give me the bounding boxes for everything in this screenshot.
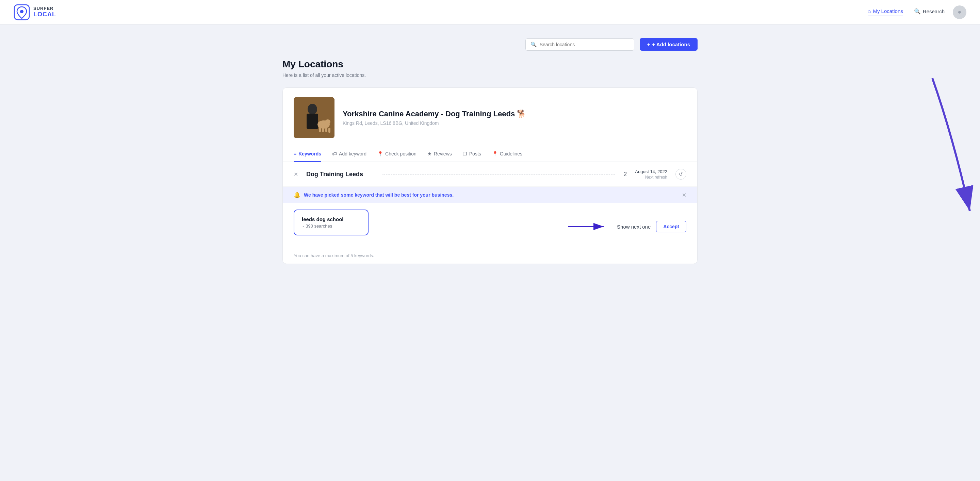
posts-icon: ❐ [463,151,467,157]
tabs-bar: ≡ Keywords 🏷 Add keyword 📍 Check positio… [283,146,697,162]
logo-local-text: LOCAL [33,11,56,18]
tab-add-keyword[interactable]: 🏷 Add keyword [332,146,366,162]
keyword-date: August 14, 2022 [635,169,667,174]
keyword-refresh-label: Next refresh [645,175,667,179]
location-card: Yorkshire Canine Academy - Dog Training … [282,87,698,264]
keyword-date-area: August 14, 2022 Next refresh [635,169,667,179]
page-subtitle: Here is a list of all your active locati… [282,73,698,78]
search-box: 🔍 [525,38,634,51]
avatar-icon: ● [958,8,962,16]
suggestion-banner: 🔔 We have picked some keyword that will … [283,187,697,203]
keyword-dots-divider [382,174,615,175]
keyword-text: Dog Training Leeds [306,171,374,178]
nav-my-locations[interactable]: ⌂ My Locations [868,8,903,16]
refresh-icon: ↺ [679,171,683,177]
svg-point-7 [325,119,331,124]
check-position-icon: 📍 [377,151,383,157]
bell-icon: 🔔 [294,192,301,198]
show-next-text: Show next one [617,224,651,230]
header: SURFER LOCAL ⌂ My Locations 🔍 Research ● [0,0,980,24]
business-name: Yorkshire Canine Academy - Dog Training … [343,110,686,118]
keyword-suggestion-card: leeds dog school ~ 390 searches [294,210,369,235]
tab-guidelines[interactable]: 📍 Guidelines [492,146,522,162]
reviews-icon: ★ [427,151,432,157]
top-bar: 🔍 + + Add locations [282,38,698,51]
keyword-suggestion-area: leeds dog school ~ 390 searches Show nex… [283,203,697,250]
card-header: Yorkshire Canine Academy - Dog Training … [283,88,697,146]
logo: SURFER LOCAL [14,4,56,21]
keywords-icon: ≡ [294,151,296,157]
photo-placeholder [294,97,334,138]
decorative-arrow-svg [919,68,980,238]
suggestion-banner-text: We have picked some keyword that will be… [304,192,453,198]
nav-research[interactable]: 🔍 Research [914,8,945,16]
svg-rect-5 [307,114,318,129]
tab-keywords[interactable]: ≡ Keywords [294,146,321,162]
suggested-keyword-searches: ~ 390 searches [302,224,360,229]
add-keyword-icon: 🏷 [332,151,337,157]
nav-links: ⌂ My Locations 🔍 Research [868,8,945,16]
bottom-text: You can have a maximum of 5 keywords. [283,250,697,264]
business-photo [294,97,334,138]
page-title: My Locations [282,59,698,70]
tab-posts[interactable]: ❐ Posts [463,146,481,162]
logo-surfer-text: SURFER [33,6,56,11]
tab-reviews[interactable]: ★ Reviews [427,146,452,162]
photo-svg [294,97,334,138]
svg-rect-10 [325,128,327,132]
refresh-button[interactable]: ↺ [675,169,686,179]
search-icon: 🔍 [530,41,537,48]
svg-point-1 [20,10,24,13]
logo-text: SURFER LOCAL [33,6,56,18]
main-content: 🔍 + + Add locations My Locations Here is… [269,24,711,278]
tab-check-position[interactable]: 📍 Check position [377,146,417,162]
svg-rect-11 [328,128,331,133]
suggestion-close-button[interactable]: ✕ [682,192,686,198]
keyword-row: ✕ Dog Training Leeds 2 August 14, 2022 N… [283,162,697,187]
logo-icon [14,4,30,21]
accept-button[interactable]: Accept [656,221,686,232]
svg-point-4 [308,104,317,114]
svg-rect-9 [322,128,324,132]
search-input[interactable] [540,42,629,47]
plus-icon: + [647,41,650,47]
show-accept-area: Show next one Accept [568,220,686,233]
guidelines-icon: 📍 [492,151,498,157]
svg-rect-8 [319,127,321,132]
add-locations-button[interactable]: + + Add locations [640,38,698,51]
keyword-rank: 2 [624,171,627,178]
search-nav-icon: 🔍 [914,8,921,14]
avatar-button[interactable]: ● [953,5,966,19]
purple-arrow [568,220,609,233]
suggested-keyword-name: leeds dog school [302,216,360,222]
business-info: Yorkshire Canine Academy - Dog Training … [343,110,686,126]
keyword-close-button[interactable]: ✕ [294,171,298,178]
home-icon: ⌂ [868,8,871,14]
business-address: Kings Rd, Leeds, LS16 8BG, United Kingdo… [343,121,686,126]
